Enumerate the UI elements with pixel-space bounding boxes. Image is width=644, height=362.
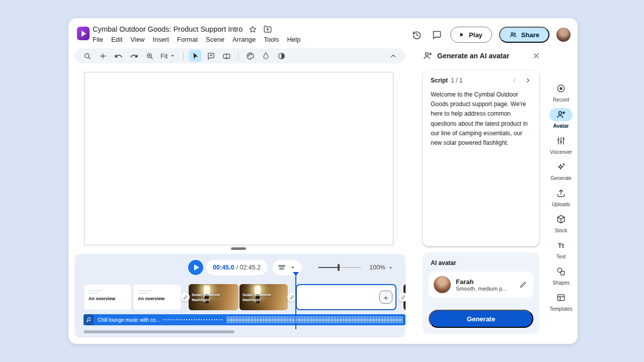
menu-help[interactable]: Help <box>287 36 300 43</box>
sidebar-item-uploads[interactable]: Uploads <box>544 186 578 212</box>
thumb-line <box>89 290 103 291</box>
current-time: 00:45.0 <box>213 264 234 271</box>
sidebar-item-label: Avatar <box>553 123 569 129</box>
timeline-play-button[interactable] <box>188 260 203 275</box>
palette-icon[interactable] <box>244 50 257 62</box>
clip-label: Solar-powered flashlight <box>243 293 272 303</box>
canvas-resize-handle[interactable] <box>231 247 246 250</box>
share-button-label: Share <box>521 31 539 39</box>
play-icon <box>458 31 465 38</box>
script-label: Script <box>431 77 448 84</box>
zoom-value: 100% <box>369 264 385 271</box>
menu-scene[interactable]: Scene <box>206 36 224 43</box>
menu-view[interactable]: View <box>130 36 144 43</box>
chevron-down-icon <box>169 52 176 59</box>
sidebar-item-text[interactable]: Tt Text <box>544 238 578 264</box>
fit-zoom-select[interactable]: Fit <box>158 52 178 60</box>
script-text[interactable]: Welcome to the Cymbal Outdoor Goods prod… <box>431 90 531 148</box>
share-button[interactable]: Share <box>499 27 549 43</box>
header-actions: Play Share <box>410 27 571 43</box>
sidebar-item-label: Stock <box>554 228 567 233</box>
toolbar-divider <box>238 52 238 60</box>
clip-flashlight-1[interactable]: Solar-powered flashlight <box>189 284 238 310</box>
add-content-button[interactable]: + <box>379 291 392 304</box>
slider-fill <box>318 267 339 268</box>
link-clips-icon[interactable] <box>181 293 190 302</box>
sidebar-item-generate[interactable]: Generate <box>544 159 578 186</box>
voiceover-sliders-icon <box>549 134 573 147</box>
timeline-zoom-select[interactable]: 100% <box>369 264 394 271</box>
add-comment-icon[interactable] <box>204 50 217 62</box>
avatar-name: Farah <box>456 278 512 286</box>
clip-flashlight-2[interactable]: Solar-powered flashlight <box>239 284 288 310</box>
generate-button[interactable]: Generate <box>429 310 533 328</box>
zoom-icon[interactable] <box>143 50 156 62</box>
clip-overview-2[interactable]: An overview <box>133 284 182 310</box>
redo-icon[interactable] <box>127 50 140 62</box>
select-tool-icon[interactable] <box>189 50 202 62</box>
timeline-horizontal-scrollbar[interactable] <box>84 330 234 333</box>
move-to-folder-icon[interactable] <box>263 25 272 34</box>
menu-tools[interactable]: Tools <box>264 36 279 43</box>
fit-label: Fit <box>160 52 168 60</box>
sidebar-item-voiceover[interactable]: Voiceover <box>544 133 578 159</box>
search-icon[interactable] <box>80 50 94 62</box>
menu-insert[interactable]: Insert <box>152 36 169 43</box>
text-icon-glyph: Tt <box>558 242 564 249</box>
sidebar-item-templates[interactable]: Templates <box>544 290 578 316</box>
sidebar-item-avatar[interactable]: Avatar <box>544 107 578 133</box>
sidebar-item-label: Shapes <box>552 280 570 286</box>
chevron-right-icon[interactable] <box>524 77 531 84</box>
tracks-icon <box>278 263 286 272</box>
menu-edit[interactable]: Edit <box>111 36 122 43</box>
collapse-toolbar-icon[interactable] <box>386 50 399 62</box>
panel-header: Generate an AI avatar <box>423 48 542 63</box>
audio-track-label: Chill lounge music with co... <box>94 317 164 323</box>
audio-track[interactable]: Chill lounge music with co... <box>84 314 406 325</box>
panel-title: Generate an AI avatar <box>437 52 526 60</box>
edit-avatar-icon[interactable] <box>517 279 528 290</box>
version-history-icon[interactable] <box>410 28 423 41</box>
trim-tool-icon[interactable] <box>220 50 233 62</box>
timeline-zoom-slider[interactable] <box>318 267 361 268</box>
script-pager <box>511 77 531 84</box>
avatar-card[interactable]: Farah Smooth, medium p... <box>429 272 533 298</box>
add-scene-icon[interactable] <box>96 50 109 62</box>
stock-box-icon <box>549 213 573 226</box>
ai-avatar-label: AI avatar <box>431 259 531 266</box>
contrast-icon[interactable] <box>275 50 288 62</box>
person-add-icon <box>423 51 433 61</box>
menu-format[interactable]: Format <box>177 36 198 43</box>
play-button[interactable]: Play <box>450 27 492 43</box>
clip-overview-1[interactable]: An overview <box>84 284 132 310</box>
user-avatar[interactable] <box>556 28 571 42</box>
slider-handle[interactable] <box>338 264 340 271</box>
undo-icon[interactable] <box>112 50 125 62</box>
document-title[interactable]: Cymbal Outdoor Goods: Product Support In… <box>93 25 243 33</box>
clip-empty-selected[interactable]: + <box>296 284 396 310</box>
chevron-left-icon[interactable] <box>511 77 518 84</box>
person-add-icon <box>549 108 573 121</box>
effects-droplet-icon[interactable] <box>259 50 272 62</box>
app-window: Cymbal Outdoor Goods: Product Support In… <box>68 18 578 344</box>
chevron-down-icon <box>289 264 296 271</box>
close-panel-icon[interactable] <box>530 50 542 62</box>
play-button-label: Play <box>469 31 482 39</box>
sidebar-item-stock[interactable]: Stock <box>544 212 578 238</box>
star-icon[interactable] <box>249 25 257 34</box>
sidebar-item-shapes[interactable]: Shapes <box>544 264 578 290</box>
link-clips-icon[interactable] <box>398 293 406 302</box>
comments-icon[interactable] <box>430 28 443 41</box>
playhead[interactable] <box>295 276 296 329</box>
ai-avatar-panel: Generate an AI avatar Script 1 / 1 Welco… <box>419 48 544 334</box>
scene-canvas[interactable] <box>84 72 393 245</box>
menu-file[interactable]: File <box>93 36 103 43</box>
thumb-line <box>138 290 152 291</box>
sidebar-item-label: Generate <box>550 175 572 181</box>
menu-arrange[interactable]: Arrange <box>232 36 256 43</box>
sidebar-item-label: Templates <box>549 306 573 312</box>
script-card: Script 1 / 1 Welcome to the Cymbal Outdo… <box>423 70 539 246</box>
sidebar-item-record[interactable]: Record <box>544 81 578 107</box>
toolbar-divider <box>183 52 184 60</box>
avatar-voice: Smooth, medium p... <box>456 286 512 292</box>
